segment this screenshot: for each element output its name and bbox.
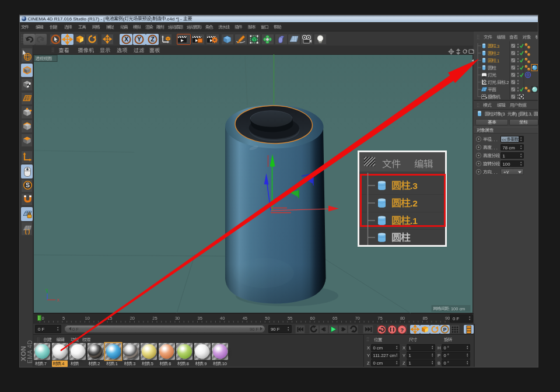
svg-text:0 °: 0 ° — [444, 353, 449, 358]
svg-text:.: . — [496, 80, 497, 85]
svg-text:Z: Z — [367, 360, 370, 366]
svg-text:<<: << — [502, 138, 506, 142]
svg-text:.2: .2 — [496, 51, 499, 56]
svg-text:B: B — [438, 360, 440, 366]
svg-text:90: 90 — [445, 316, 450, 321]
svg-text:X: X — [57, 298, 60, 302]
svg-text:.4: .4 — [61, 361, 64, 366]
svg-text:.8: .8 — [186, 361, 189, 366]
svg-text:60: 60 — [310, 316, 315, 321]
svg-text:XON: XON — [20, 346, 27, 361]
svg-text:.c4d *] -: .c4d *] - — [166, 16, 182, 22]
svg-text:.2: .2 — [410, 198, 418, 208]
svg-text:.6: .6 — [167, 361, 171, 366]
svg-text:) [: ) [ — [516, 111, 520, 117]
svg-text:Y: Y — [367, 353, 370, 358]
svg-text:. . .: . . . — [491, 145, 497, 150]
svg-text:20: 20 — [130, 316, 135, 321]
svg-text:.1: .1 — [496, 58, 499, 64]
svg-text:1: 1 — [503, 153, 505, 159]
svg-text:.2: .2 — [505, 80, 509, 85]
svg-text:CINEMA 4D R17.016 Studio (R17): CINEMA 4D R17.016 Studio (R17) - [ — [28, 16, 106, 22]
svg-text:5: 5 — [62, 316, 65, 321]
svg-text:H: H — [438, 345, 440, 351]
svg-text:0: 0 — [42, 316, 44, 321]
svg-text:0 cm: 0 cm — [373, 360, 383, 366]
svg-text:0 °: 0 ° — [444, 360, 449, 366]
svg-text:Y: Y — [46, 288, 48, 292]
svg-text:Y: Y — [402, 353, 405, 358]
svg-text:25: 25 — [152, 316, 157, 321]
svg-text:0 F: 0 F — [38, 327, 45, 332]
svg-text:. . .: . . . — [491, 170, 497, 175]
svg-text:80: 80 — [400, 316, 405, 321]
svg-text:. . .: . . . — [491, 137, 497, 142]
svg-text:30: 30 — [175, 316, 180, 321]
svg-text:85: 85 — [423, 316, 428, 321]
svg-text:.7: .7 — [43, 361, 47, 366]
svg-text:): ) — [151, 16, 153, 22]
svg-text:.10: .10 — [221, 361, 227, 366]
svg-text:1: 1 — [409, 353, 411, 358]
svg-text:.5: .5 — [150, 361, 153, 366]
svg-text:Z: Z — [402, 360, 405, 366]
svg-text:.1: .1 — [114, 361, 118, 366]
svg-text:111.227 cm: 111.227 cm — [373, 353, 396, 358]
svg-text:.1: .1 — [410, 216, 418, 226]
svg-text:: 100 cm: : 100 cm — [449, 306, 465, 312]
svg-text:100: 100 — [503, 162, 511, 167]
svg-text:(: ( — [123, 16, 124, 22]
svg-text:0 F: 0 F — [453, 316, 460, 321]
svg-text:+Y: +Y — [503, 170, 510, 175]
svg-text:1: 1 — [409, 360, 411, 366]
svg-text:90 F: 90 F — [271, 327, 280, 332]
svg-text:45: 45 — [243, 316, 247, 321]
svg-text:40: 40 — [220, 316, 225, 321]
svg-text:.3: .3 — [132, 361, 135, 366]
svg-text:0 cm: 0 cm — [373, 345, 383, 351]
svg-text:.2: .2 — [96, 361, 100, 366]
svg-text:X: X — [402, 345, 405, 351]
svg-text:0 °: 0 ° — [444, 345, 449, 351]
svg-text:.3,: .3, — [528, 111, 533, 117]
svg-text:90 F: 90 F — [250, 327, 258, 332]
svg-text:78 cm: 78 cm — [503, 145, 515, 150]
svg-text:(3: (3 — [501, 111, 505, 117]
svg-text:75: 75 — [377, 316, 382, 321]
svg-text:35: 35 — [198, 316, 202, 321]
svg-text:EMA 4D: EMA 4D — [27, 340, 33, 363]
svg-text:1: 1 — [409, 345, 411, 351]
svg-text:50: 50 — [265, 316, 270, 321]
svg-text:.3: .3 — [410, 181, 418, 191]
svg-text:.3: .3 — [496, 44, 499, 49]
svg-text:55: 55 — [288, 316, 292, 321]
svg-text:70: 70 — [355, 316, 360, 321]
svg-text:.9: .9 — [203, 361, 206, 366]
svg-text:X: X — [367, 345, 370, 351]
svg-text:0 F: 0 F — [72, 327, 79, 332]
svg-text:10: 10 — [85, 316, 90, 321]
svg-text:65: 65 — [332, 316, 337, 321]
svg-text:P: P — [438, 353, 440, 358]
